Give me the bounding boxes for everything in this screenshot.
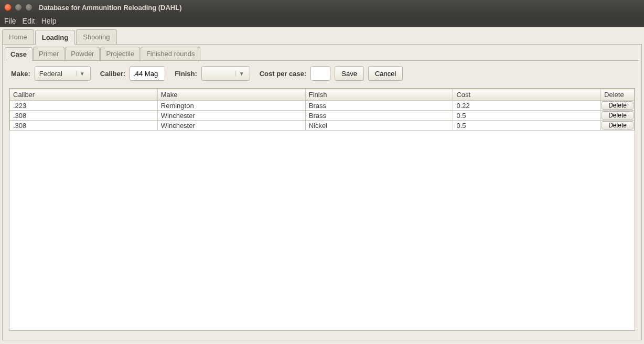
finish-label: Finish: [175, 70, 197, 78]
make-value: Federal [39, 70, 76, 78]
caliber-input[interactable] [130, 66, 165, 81]
delete-button[interactable]: Delete [602, 101, 634, 110]
cell-caliber: .223 [10, 101, 158, 111]
subtab-projectile[interactable]: Projectile [100, 47, 139, 60]
cancel-button[interactable]: Cancel [368, 66, 403, 81]
cell-delete: Delete [601, 121, 635, 131]
cost-label: Cost per case: [260, 70, 307, 78]
cell-delete: Delete [601, 101, 635, 111]
tab-home[interactable]: Home [2, 29, 34, 44]
cell-delete: Delete [601, 111, 635, 121]
header-make[interactable]: Make [157, 89, 305, 101]
menubar: File Edit Help [0, 15, 644, 27]
delete-button[interactable]: Delete [602, 111, 634, 120]
menu-edit[interactable]: Edit [23, 17, 35, 25]
make-select[interactable]: Federal ▼ [35, 66, 91, 81]
menu-file[interactable]: File [4, 17, 16, 25]
subtab-finished[interactable]: Finished rounds [141, 47, 201, 60]
cell-finish: Brass [305, 111, 453, 121]
delete-button[interactable]: Delete [602, 121, 634, 130]
table-row[interactable]: .223RemingtonBrass0.22Delete [10, 101, 635, 111]
finish-select[interactable]: ▼ [201, 66, 250, 81]
cost-input[interactable] [310, 66, 330, 81]
header-delete[interactable]: Delete [601, 89, 635, 101]
window-title: Database for Ammunition Reloading (DAHL) [39, 4, 182, 12]
make-label: Make: [11, 70, 30, 78]
table-row[interactable]: .308WinchesterNickel0.5Delete [10, 121, 635, 131]
close-icon[interactable] [4, 4, 12, 11]
cell-finish: Nickel [305, 121, 453, 131]
save-button[interactable]: Save [335, 66, 364, 81]
cell-make: Winchester [157, 121, 305, 131]
main-tab-bar: Home Loading Shooting [2, 29, 642, 45]
tab-loading[interactable]: Loading [35, 30, 76, 45]
menu-help[interactable]: Help [41, 17, 57, 25]
table-row[interactable]: .308WinchesterBrass0.5Delete [10, 111, 635, 121]
chevron-down-icon: ▼ [235, 71, 248, 77]
case-panel: Make: Federal ▼ Caliber: Finish: ▼ Cost … [5, 61, 639, 336]
maximize-icon[interactable] [25, 4, 33, 11]
header-cost[interactable]: Cost [453, 89, 601, 101]
cell-finish: Brass [305, 101, 453, 111]
header-finish[interactable]: Finish [305, 89, 453, 101]
cell-caliber: .308 [10, 111, 158, 121]
header-caliber[interactable]: Caliber [10, 89, 158, 101]
cell-cost: 0.22 [453, 101, 601, 111]
case-table: Caliber Make Finish Cost Delete .223Remi… [9, 89, 635, 131]
cell-caliber: .308 [10, 121, 158, 131]
cell-cost: 0.5 [453, 121, 601, 131]
case-table-container: Caliber Make Finish Cost Delete .223Remi… [9, 88, 635, 331]
cell-make: Winchester [157, 111, 305, 121]
tab-shooting[interactable]: Shooting [76, 29, 116, 44]
subtab-powder[interactable]: Powder [65, 47, 100, 60]
subtab-case[interactable]: Case [5, 47, 33, 61]
form-row: Make: Federal ▼ Caliber: Finish: ▼ Cost … [9, 66, 635, 81]
subtab-primer[interactable]: Primer [33, 47, 65, 60]
window-buttons [4, 4, 33, 11]
titlebar: Database for Ammunition Reloading (DAHL) [0, 0, 644, 15]
caliber-label: Caliber: [100, 70, 125, 78]
cell-make: Remington [157, 101, 305, 111]
minimize-icon[interactable] [15, 4, 22, 11]
content-area: Home Loading Shooting Case Primer Powder… [0, 27, 644, 344]
chevron-down-icon: ▼ [76, 71, 88, 77]
sub-tab-bar: Case Primer Powder Projectile Finished r… [5, 47, 639, 61]
tab-content: Case Primer Powder Projectile Finished r… [2, 45, 642, 340]
table-header-row: Caliber Make Finish Cost Delete [10, 89, 635, 101]
cell-cost: 0.5 [453, 111, 601, 121]
